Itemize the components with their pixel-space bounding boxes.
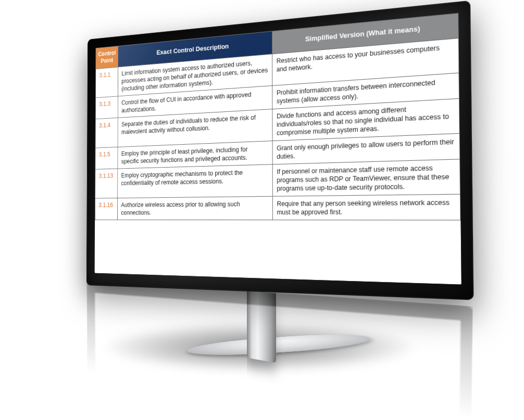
cell-control-point: 3.1.3	[95, 96, 118, 119]
cell-simplified: If personnel or maintenance staff use re…	[272, 159, 460, 196]
scene: Control Point Exact Control Description …	[0, 0, 524, 420]
cell-exact: Employ cryptographic mechanisms to prote…	[118, 164, 273, 198]
cell-control-point: 3.1.16	[95, 198, 118, 220]
monitor-reflection	[86, 280, 472, 420]
cell-control-point: 3.1.5	[95, 147, 118, 169]
controls-table: Control Point Exact Control Description …	[95, 13, 461, 220]
monitor: Control Point Exact Control Description …	[86, 1, 474, 300]
cell-control-point: 3.1.4	[95, 118, 118, 148]
table-row: 3.1.16 Authorize wireless access prior t…	[95, 194, 461, 220]
cell-control-point: 3.1.1	[96, 67, 118, 98]
header-control-point: Control Point	[96, 46, 118, 69]
cell-simplified: Require that any person seeking wireless…	[272, 194, 460, 220]
